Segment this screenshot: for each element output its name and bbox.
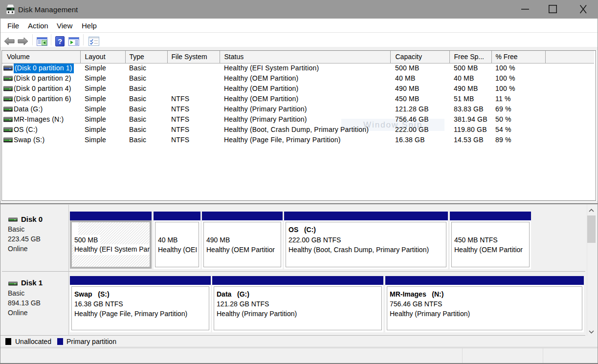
svg-text:?: ? xyxy=(58,37,62,45)
